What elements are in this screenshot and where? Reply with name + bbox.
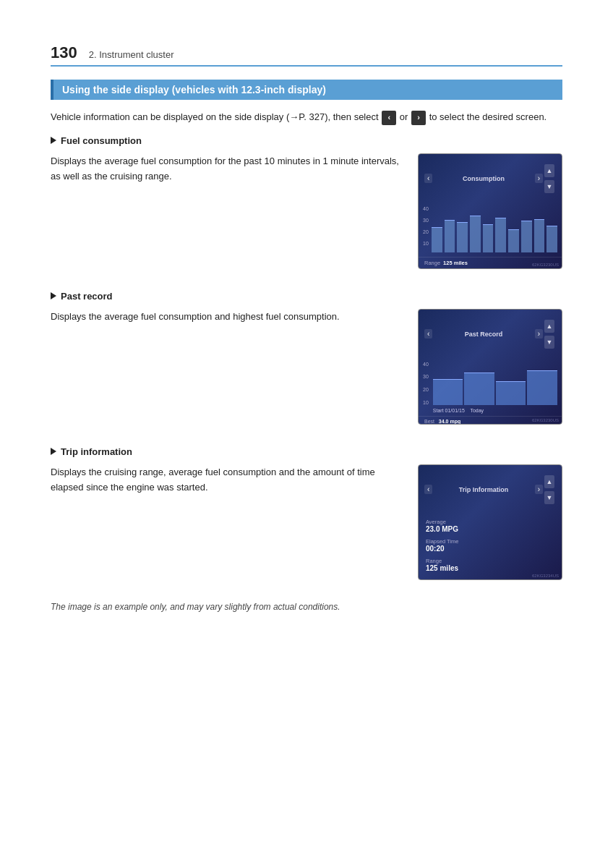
- bar-1: [432, 227, 442, 252]
- page-number: 130: [51, 43, 77, 62]
- ti-side-buttons: ▲ ▼: [543, 468, 556, 511]
- past-record-screen-title: Past Record: [432, 331, 534, 338]
- pr-info: Start 01/01/15 Today: [433, 408, 557, 413]
- trip-item-average: Average 23.0 MPG: [426, 519, 554, 533]
- bar-9: [534, 219, 545, 252]
- pr-side-buttons: ▲ ▼: [543, 312, 556, 356]
- screen-watermark-2: 62KG3230US: [532, 418, 559, 422]
- triangle-icon: [51, 137, 56, 144]
- consumption-screen: ‹ Consumption › ▲ ▼ 40 30 20 10: [418, 153, 562, 269]
- screen-watermark-1: 62KG3230US: [532, 263, 559, 267]
- trip-information-screen: ‹ Trip Information › ▲ ▼ Average 23.0 MP…: [418, 464, 562, 580]
- trip-content: Average 23.0 MPG Elapsed Time 00:20 Rang…: [419, 514, 562, 579]
- screen-left-btn[interactable]: ‹: [424, 174, 432, 183]
- screen-watermark-3: 62KG3234US: [532, 574, 559, 578]
- trip-screen-title: Trip Information: [432, 486, 534, 493]
- ti-screen-left-btn[interactable]: ‹: [424, 485, 432, 494]
- section-heading: Using the side display (vehicles with 12…: [51, 80, 562, 100]
- past-record-image: ‹ Past Record › ▲ ▼ 40 30 20 10: [418, 309, 562, 425]
- consumption-bars: [432, 206, 557, 254]
- left-nav-button[interactable]: ‹: [382, 111, 396, 125]
- screen-right-btn[interactable]: ›: [535, 174, 543, 183]
- past-record-screen-header: ‹ Past Record › ▲ ▼: [419, 310, 562, 359]
- consumption-screen-content: 40 30 20 10: [419, 203, 562, 257]
- bar-2: [445, 220, 455, 252]
- pr-bar-2: [464, 373, 494, 405]
- header-row: 130 2. Instrument cluster: [51, 43, 562, 67]
- chapter-title: 2. Instrument cluster: [89, 49, 174, 60]
- past-record-screen: ‹ Past Record › ▲ ▼ 40 30 20 10: [418, 309, 562, 425]
- triangle-icon-2: [51, 292, 56, 299]
- trip-item-range: Range 125 miles: [426, 558, 554, 572]
- right-nav-button[interactable]: ›: [411, 111, 426, 125]
- bar-5: [483, 224, 494, 252]
- trip-information-block: Displays the cruising range, average fue…: [51, 464, 562, 580]
- consumption-screen-header: ‹ Consumption › ▲ ▼: [419, 154, 562, 203]
- bar-3: [457, 222, 468, 252]
- past-record-content: 40 30 20 10 Start 01/01/15: [419, 359, 562, 416]
- past-record-description: Displays the average fuel consumption an…: [51, 309, 403, 324]
- page: 130 2. Instrument cluster Using the side…: [0, 0, 613, 868]
- triangle-icon-3: [51, 448, 56, 455]
- bar-7: [508, 229, 519, 252]
- y-axis: 40 30 20 10: [423, 206, 429, 254]
- trip-information-image: ‹ Trip Information › ▲ ▼ Average 23.0 MP…: [418, 464, 562, 580]
- pr-bar-1: [433, 379, 463, 405]
- pr-y-axis: 40 30 20 10: [423, 362, 429, 405]
- bar-8: [521, 221, 532, 252]
- past-record-block: Displays the average fuel consumption an…: [51, 309, 562, 425]
- trip-information-description: Displays the cruising range, average fue…: [51, 464, 403, 495]
- fuel-consumption-image: ‹ Consumption › ▲ ▼ 40 30 20 10: [418, 153, 562, 269]
- pr-screen-left-btn[interactable]: ‹: [424, 329, 432, 339]
- intro-paragraph: Vehicle information can be displayed on …: [51, 110, 562, 125]
- fuel-consumption-block: Displays the average fuel consumption fo…: [51, 153, 562, 269]
- bar-4: [470, 216, 481, 252]
- pr-bars: [433, 362, 557, 405]
- pr-bar-3: [496, 381, 526, 405]
- fuel-consumption-label: Fuel consumption: [51, 135, 562, 146]
- consumption-screen-title: Consumption: [432, 175, 534, 182]
- ti-screen-right-btn[interactable]: ›: [535, 485, 543, 494]
- bar-6: [495, 218, 506, 252]
- pr-bar-area: Start 01/01/15 Today: [433, 362, 557, 413]
- caption: The image is an example only, and may va…: [51, 602, 562, 612]
- past-record-label: Past record: [51, 291, 562, 302]
- pr-screen-right-btn[interactable]: ›: [535, 329, 543, 339]
- trip-item-elapsed: Elapsed Time 00:20: [426, 538, 554, 553]
- trip-information-label: Trip information: [51, 446, 562, 457]
- pr-bar-4: [527, 370, 557, 405]
- trip-screen-header: ‹ Trip Information › ▲ ▼: [419, 465, 562, 514]
- fuel-consumption-description: Displays the average fuel consumption fo…: [51, 153, 403, 184]
- side-buttons: ▲ ▼: [543, 157, 556, 200]
- bar-10: [546, 226, 557, 252]
